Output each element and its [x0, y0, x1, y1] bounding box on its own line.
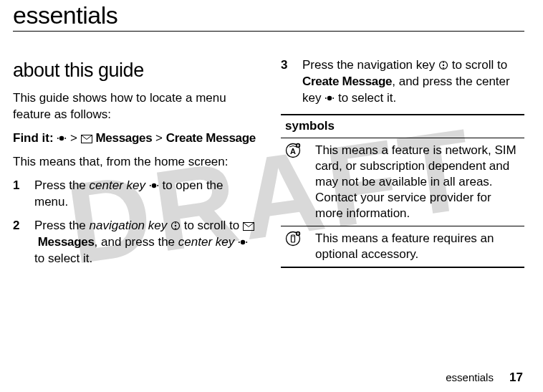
create-message-label: Create Message: [166, 131, 256, 145]
footer-section: essentials: [446, 371, 494, 383]
find-it-label: Find it:: [13, 131, 54, 145]
find-it-line: Find it: > Messages > Create Message: [13, 130, 256, 147]
step-text: to scroll to: [448, 58, 507, 72]
create-message-label: Create Message: [302, 75, 392, 88]
step-2: 2 Press the navigation key to scroll to …: [13, 218, 256, 267]
svg-point-5: [150, 185, 151, 186]
table-row: This means a feature requires an optiona…: [281, 226, 524, 268]
svg-point-1: [57, 138, 59, 139]
svg-point-15: [327, 96, 332, 100]
svg-rect-22: [292, 235, 295, 242]
center-key-term: center key: [90, 178, 145, 192]
section-heading: about this guide: [13, 57, 256, 83]
table-row: A This means a feature is network, SIM c…: [281, 138, 524, 226]
step-text: to select it.: [335, 91, 396, 105]
messages-label: Messages: [96, 131, 153, 145]
page-number: 17: [509, 371, 523, 384]
explanation-text: This means that, from the home screen:: [13, 154, 256, 171]
page-title: essentials: [13, 0, 524, 29]
svg-point-6: [157, 185, 158, 186]
step-text: to select it.: [34, 252, 92, 265]
svg-point-8: [175, 225, 176, 226]
step-body: Press the navigation key to scroll to Cr…: [302, 57, 524, 107]
svg-point-10: [241, 240, 245, 244]
center-key-icon: [57, 133, 67, 143]
symbols-header: symbols: [281, 115, 524, 138]
step-3: 3 Press the navigation key to scroll to …: [281, 57, 524, 107]
svg-point-12: [246, 242, 247, 243]
symbol-description: This means a feature requires an optiona…: [311, 226, 524, 268]
step-text: Press the navigation key: [302, 58, 438, 72]
title-rule: [13, 31, 524, 32]
svg-point-0: [59, 136, 64, 140]
right-column: 3 Press the navigation key to scroll to …: [281, 44, 524, 274]
step-body: Press the navigation key to scroll to Me…: [34, 218, 256, 267]
sim-dependent-icon: A: [281, 138, 311, 226]
svg-point-4: [152, 183, 156, 188]
svg-text:A: A: [290, 146, 296, 155]
svg-point-16: [325, 97, 327, 99]
step-number: 1: [13, 178, 34, 211]
svg-point-2: [65, 138, 67, 139]
center-key-icon: [149, 181, 159, 191]
step-number: 2: [13, 218, 34, 267]
envelope-icon: [81, 135, 92, 143]
symbols-table: symbols A This mean: [281, 114, 524, 269]
envelope-icon: [243, 222, 254, 231]
step-text: Press the: [34, 219, 90, 232]
svg-point-14: [443, 64, 444, 66]
step-body: Press the center key to open the menu.: [34, 178, 256, 211]
left-column: about this guide This guide shows how to…: [13, 44, 256, 274]
symbol-description: This means a feature is network, SIM car…: [311, 138, 524, 226]
intro-text: This guide shows how to locate a menu fe…: [13, 90, 256, 123]
nav-key-icon: [438, 60, 448, 70]
step-text: Press the: [34, 178, 90, 192]
center-key-icon: [325, 93, 335, 103]
center-key-icon: [238, 237, 248, 247]
step-text: to scroll to: [181, 219, 243, 232]
step-number: 3: [281, 57, 302, 107]
messages-label: Messages: [38, 235, 95, 249]
nav-key-term: navigation key: [90, 219, 168, 232]
page-footer: essentials 17: [446, 371, 523, 385]
center-key-term: center key: [178, 235, 234, 249]
step-text: , and press the: [95, 235, 178, 249]
svg-point-11: [239, 242, 240, 243]
accessory-icon: [281, 226, 311, 268]
nav-key-icon: [170, 221, 181, 231]
step-1: 1 Press the center key to open the menu.: [13, 178, 256, 211]
